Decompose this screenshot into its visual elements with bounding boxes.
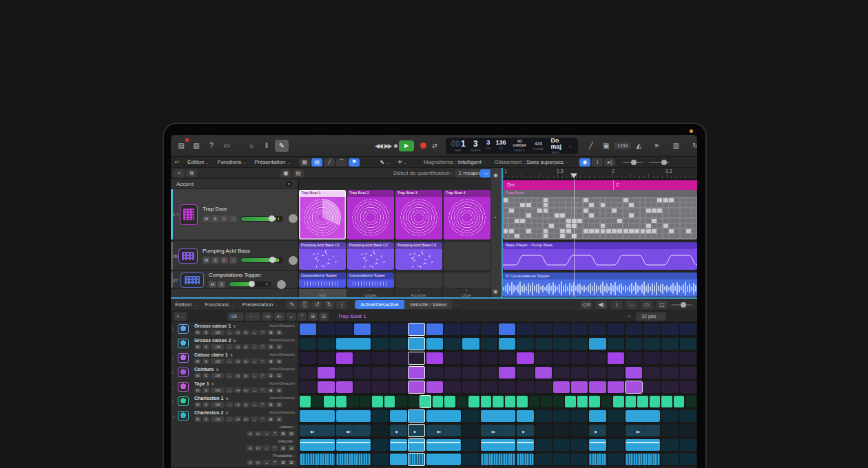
row-s-button[interactable]: S (203, 344, 209, 350)
row-m-button[interactable]: M (194, 402, 201, 407)
row-s-button[interactable]: S (203, 359, 209, 364)
step-slot[interactable] (680, 439, 696, 451)
row-s-button[interactable]: S (203, 387, 209, 393)
row-nudge-right-icon[interactable]: ▪▷ (242, 416, 249, 422)
step-cell-active[interactable] (336, 410, 371, 422)
row-up-icon[interactable]: ⌃ (259, 402, 266, 407)
track-header[interactable]: 27Computations TopperMS (171, 273, 298, 289)
row-division-box[interactable]: /16 (211, 330, 225, 335)
step-slot[interactable] (608, 439, 624, 451)
step-slot[interactable] (462, 425, 479, 436)
sub-up-icon[interactable]: ⌃ (271, 445, 278, 451)
step-slot[interactable] (481, 338, 497, 350)
kebab-icon[interactable]: ⋮ (336, 301, 347, 309)
nudge-right-icon[interactable]: ▪▷ (274, 312, 285, 321)
row-up-icon[interactable]: ⌃ (259, 387, 266, 393)
row-m-button[interactable]: M (194, 416, 201, 422)
step-slot[interactable] (360, 396, 371, 407)
lcd-tempo[interactable]: 90GARDER TEMPO (513, 139, 526, 153)
step-cell-active[interactable]: ◆ (390, 425, 406, 436)
window-icon[interactable]: ▭ (641, 301, 652, 309)
track-i-button[interactable]: I (229, 215, 237, 222)
back-icon[interactable]: ↩ (172, 158, 183, 167)
scene-trigger[interactable]: ⌃Chute (443, 289, 491, 297)
link-icon[interactable]: ↔ (626, 301, 637, 309)
step-slot[interactable] (318, 352, 334, 364)
step-slot[interactable] (517, 381, 533, 393)
step-slot[interactable] (680, 425, 696, 436)
step-cell-active[interactable] (626, 454, 661, 465)
loop-cell[interactable]: Pumping Acid Bass C1 (299, 242, 346, 270)
secondary-tool-menu[interactable]: ✛⌄ (397, 159, 407, 165)
step-slot[interactable] (499, 381, 515, 393)
rewind-button[interactable]: ◀◀ (375, 142, 382, 149)
bar-ruler[interactable]: 11.322.3 (503, 168, 697, 179)
step-cell-active[interactable] (481, 454, 516, 465)
loop-cell[interactable]: Computations Topper (347, 273, 394, 288)
loop-cell[interactable]: Trap Beat 1 (299, 190, 346, 240)
step-cell-active[interactable] (517, 396, 528, 407)
region-line[interactable]: Bass Player - Pump Bass (503, 242, 697, 270)
step-cell-active[interactable] (499, 338, 515, 350)
step-slot[interactable] (608, 323, 624, 335)
step-slot[interactable] (571, 454, 588, 465)
row-rotate-box[interactable]: → (226, 330, 233, 335)
division-box[interactable]: /16⌵ (227, 312, 244, 321)
track-s-button[interactable]: S (211, 257, 219, 264)
loop-cell[interactable]: Trap Beat 2 (347, 190, 394, 240)
step-slot[interactable] (661, 367, 678, 379)
row-stepper-icon[interactable]: ⇅ (225, 396, 228, 401)
pattern-tab[interactable]: Trap Beat 1 (338, 313, 366, 319)
step-slot[interactable] (680, 338, 696, 350)
menu-fonctions[interactable]: Fonctions⌄ (218, 159, 247, 165)
row-square2-icon[interactable]: ⊟ (276, 402, 282, 407)
seg-stepper-icon[interactable]: ⌵ (455, 302, 458, 307)
row-stepper-icon[interactable]: ⇅ (233, 339, 236, 343)
add-row-button[interactable]: +⌄ (174, 312, 187, 321)
step-slot[interactable] (643, 352, 660, 364)
row-s-button[interactable]: S (203, 330, 209, 335)
sub-up-icon[interactable]: ⌃ (271, 460, 278, 465)
row-down-icon[interactable]: ⌄ (251, 344, 258, 350)
step-cell-active[interactable] (433, 396, 444, 407)
step-slot[interactable] (535, 425, 552, 436)
step-slot[interactable] (589, 352, 606, 364)
step-slot[interactable] (390, 338, 406, 350)
maximize-icon[interactable]: ▢ (657, 301, 668, 309)
sub-square1-icon[interactable]: ⊞ (280, 431, 287, 436)
seg-velocite-valeur[interactable]: Vélocité / Valeur (404, 300, 453, 309)
step-slot[interactable] (462, 439, 479, 451)
editors-icon[interactable]: ✎ (275, 140, 289, 152)
chord-track-bar[interactable]: DmC (503, 180, 697, 190)
step-slot[interactable] (553, 396, 564, 407)
row-division-box[interactable]: /16 (211, 416, 225, 422)
step-slot[interactable] (535, 338, 552, 350)
magnetisme-menu[interactable]: Magnétisme : Intelligent⌵ (424, 159, 486, 165)
row-down-icon[interactable]: ⌄ (251, 330, 258, 335)
track-s-button[interactable]: S (211, 215, 219, 222)
automation-icon[interactable]: ╱ (324, 158, 335, 167)
step-slot[interactable] (462, 410, 479, 422)
metronome-icon[interactable]: ◭ (632, 140, 645, 152)
step-slot[interactable] (300, 367, 316, 379)
step-slot[interactable] (426, 367, 443, 379)
step-slot[interactable] (626, 323, 642, 335)
eye-icon[interactable]: ◉ (493, 172, 498, 178)
audition-icon[interactable]: ◉ (579, 158, 590, 167)
step-slot[interactable] (553, 454, 570, 465)
step-cell-active[interactable] (589, 396, 600, 407)
step-slot[interactable] (499, 352, 515, 364)
step-slot[interactable] (535, 439, 552, 451)
volume-knob[interactable] (269, 257, 276, 263)
step-slot[interactable] (372, 454, 389, 465)
rotate-box[interactable]: →⌵ (245, 312, 260, 321)
step-slot[interactable] (571, 338, 588, 350)
step-slot[interactable] (661, 425, 678, 436)
step-cell-active[interactable] (577, 396, 588, 407)
step-slot[interactable] (529, 396, 540, 407)
step-cell-active[interactable] (626, 396, 637, 407)
octave-up-icon[interactable]: ⌃ (298, 312, 307, 321)
skip-icon[interactable]: ▸| (604, 158, 615, 167)
scene-trigger[interactable]: ⌃Accroche (395, 289, 443, 297)
loop-cell[interactable] (444, 242, 490, 270)
